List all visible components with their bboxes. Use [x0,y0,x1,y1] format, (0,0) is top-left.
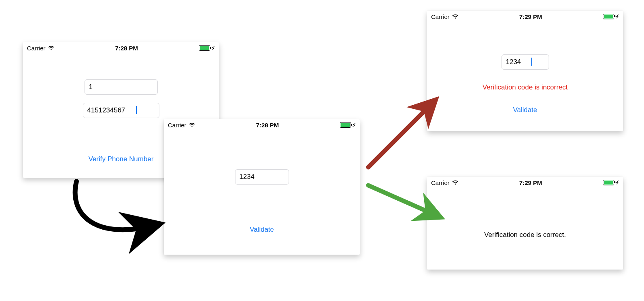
verification-code-input[interactable] [502,54,549,70]
carrier-label: Carrier [168,122,186,129]
clock-label: 7:29 PM [519,13,542,20]
clock-label: 7:28 PM [256,122,279,129]
flow-arrow-success [364,177,449,230]
screen-verification-success: Carrier 7:29 PM ⚡︎ Verification code is … [427,177,623,270]
phone-number-input[interactable] [83,103,159,118]
carrier-label: Carrier [27,45,45,52]
success-message: Verification code is correct. [484,231,566,239]
validate-button[interactable]: Validate [245,223,279,236]
screen-code-entry: Carrier 7:28 PM ⚡︎ Validate [164,119,360,255]
wifi-icon [189,122,195,127]
screen-verification-error: Carrier 7:29 PM ⚡︎ Verification code is … [427,11,623,131]
battery-icon [603,180,614,185]
charging-icon: ⚡︎ [615,14,619,19]
wifi-icon [452,14,458,19]
diagram-stage: Carrier 7:28 PM ⚡︎ Verify Phone Number [0,0,644,301]
status-bar: Carrier 7:28 PM ⚡︎ [23,42,219,54]
clock-label: 7:29 PM [519,179,542,186]
wifi-icon [452,180,458,185]
validate-button[interactable]: Validate [508,104,542,116]
battery-icon [340,122,351,128]
flow-arrow-error [364,91,445,171]
status-bar: Carrier 7:28 PM ⚡︎ [164,119,360,131]
status-bar: Carrier 7:29 PM ⚡︎ [427,11,623,22]
verification-code-input[interactable] [235,169,289,185]
country-code-input[interactable] [85,79,158,95]
charging-icon: ⚡︎ [615,180,619,185]
battery-icon [603,14,614,19]
carrier-label: Carrier [431,13,450,20]
error-message: Verification code is incorrect [483,83,568,91]
charging-icon: ⚡︎ [211,46,215,51]
text-cursor [136,106,137,114]
clock-label: 7:28 PM [115,45,138,52]
flow-arrow-step1 [60,177,165,246]
text-cursor [531,58,532,66]
battery-icon [199,45,210,51]
wifi-icon [48,46,54,50]
charging-icon: ⚡︎ [352,122,356,128]
status-bar: Carrier 7:29 PM ⚡︎ [427,177,623,188]
verify-phone-button[interactable]: Verify Phone Number [84,153,159,166]
